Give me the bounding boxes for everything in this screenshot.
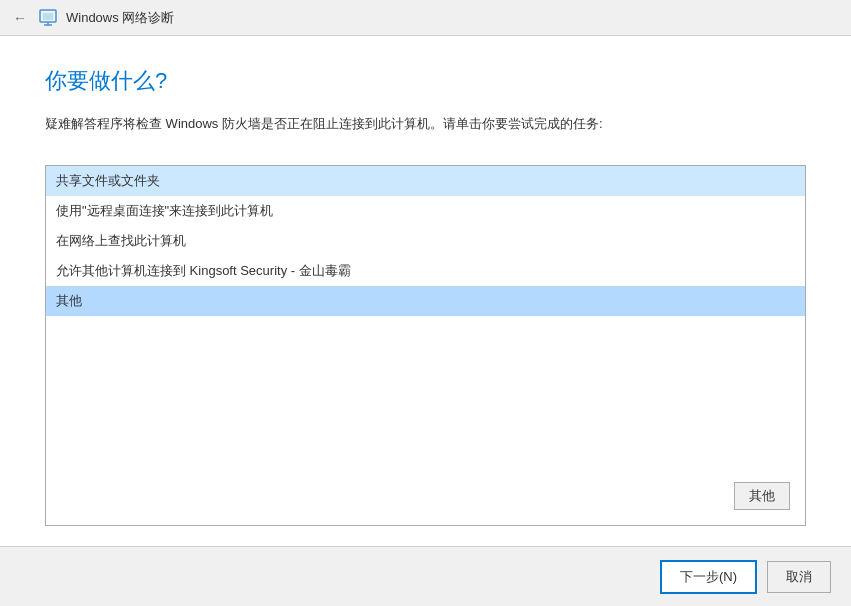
list-item[interactable]: 允许其他计算机连接到 Kingsoft Security - 金山毒霸 (46, 256, 805, 286)
title-bar: ← Windows 网络诊断 (0, 0, 851, 36)
next-button[interactable]: 下一步(N) (660, 560, 757, 594)
window: ← Windows 网络诊断 你要做什么? 疑难解答程序将检查 Windows … (0, 0, 851, 606)
task-list: 共享文件或文件夹 使用"远程桌面连接"来连接到此计算机 在网络上查找此计算机 允… (45, 165, 806, 526)
network-icon (39, 9, 57, 27)
window-icon (38, 8, 58, 28)
description-text: 疑难解答程序将检查 Windows 防火墙是否正在阻止连接到此计算机。请单击你要… (45, 114, 806, 135)
cancel-button[interactable]: 取消 (767, 561, 831, 593)
other-button-container: 其他 (734, 482, 790, 510)
list-item[interactable]: 使用"远程桌面连接"来连接到此计算机 (46, 196, 805, 226)
footer: 下一步(N) 取消 (0, 546, 851, 606)
other-button[interactable]: 其他 (734, 482, 790, 510)
list-item[interactable]: 在网络上查找此计算机 (46, 226, 805, 256)
list-item[interactable]: 其他 (46, 286, 805, 316)
back-button[interactable]: ← (10, 8, 30, 28)
content-area: 你要做什么? 疑难解答程序将检查 Windows 防火墙是否正在阻止连接到此计算… (0, 36, 851, 546)
list-item[interactable]: 共享文件或文件夹 (46, 166, 805, 196)
svg-rect-3 (43, 13, 53, 20)
page-title: 你要做什么? (45, 66, 806, 96)
back-icon: ← (13, 10, 27, 26)
title-bar-text: Windows 网络诊断 (66, 9, 174, 27)
